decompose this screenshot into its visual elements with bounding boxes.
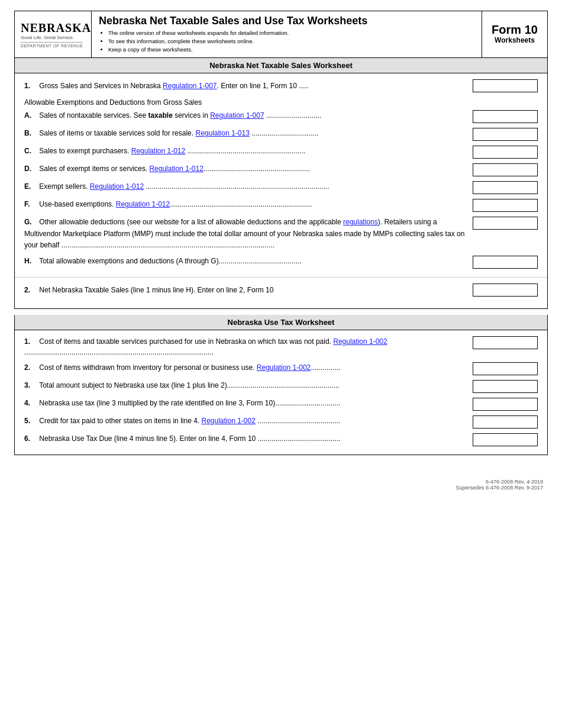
sub-g-link[interactable]: regulations [343, 218, 378, 226]
use-line-6-input[interactable] [473, 433, 538, 446]
sub-row-g: G. Other allowable deductions (see our w… [24, 217, 538, 251]
sub-e-dots: ........................................… [144, 182, 329, 191]
form-label: Worksheets [495, 36, 535, 46]
sub-row-h: H. Total allowable exemptions and deduct… [24, 256, 538, 269]
sub-g-text: G. Other allowable deductions (see our w… [24, 217, 473, 251]
logo-section: NEBRASKA Good Life. Great Service. Depar… [15, 11, 92, 57]
use-line-1-row: 1. Cost of items and taxable services pu… [24, 336, 538, 357]
use-line-6-row: 6. Nebraska Use Tax Due (line 4 minus li… [24, 433, 538, 446]
sub-row-f: F. Use-based exemptions. Regulation 1-01… [24, 199, 538, 212]
use-line-1-input[interactable] [473, 336, 538, 349]
sub-d-prefix: Sales of exempt items or services. [39, 165, 149, 173]
sub-d-link[interactable]: Regulation 1-012 [149, 165, 203, 173]
sub-b-link[interactable]: Regulation 1-013 [195, 129, 249, 137]
use-line-5-row: 5. Credit for tax paid to other states o… [24, 415, 538, 429]
use-line-2-input[interactable] [473, 362, 538, 375]
sub-g-letter: G. [24, 217, 37, 228]
use-line-5-input[interactable] [473, 415, 538, 429]
sub-row-c: C. Sales to exempt purchasers. Regulatio… [24, 146, 538, 159]
sub-f-dots: ........................................… [170, 200, 312, 208]
use-line-1-dots: ........................................… [24, 348, 214, 356]
line-2-input[interactable] [473, 284, 538, 297]
sub-h-text: H. Total allowable exemptions and deduct… [24, 256, 473, 266]
sub-a-link[interactable]: Regulation 1-007 [210, 111, 264, 120]
use-worksheet-header: Nebraska Use Tax Worksheet [14, 315, 548, 330]
sub-e-text: E. Exempt sellers. Regulation 1-012 ....… [24, 181, 473, 192]
sub-c-link[interactable]: Regulation 1-012 [131, 147, 185, 155]
sub-b-input[interactable] [473, 128, 538, 141]
sub-b-text: B. Sales of items or taxable services so… [24, 128, 473, 138]
sub-d-text: D. Sales of exempt items or services. Re… [24, 163, 473, 174]
sub-a-input[interactable] [473, 110, 538, 123]
use-line-6-number: 6. [24, 433, 37, 444]
use-line-3-text: 3. Total amount subject to Nebraska use … [24, 380, 473, 391]
sales-worksheet-content: 1. Gross Sales and Services in Nebraska … [14, 73, 548, 309]
use-line-2-label: Cost of items withdrawn from inventory f… [39, 363, 257, 372]
sub-b-prefix: Sales of items or taxable services sold … [39, 129, 195, 137]
bold-taxable: taxable [148, 111, 172, 120]
sub-a-dots: ............................ [264, 111, 322, 120]
sub-b-dots: .................................. [250, 129, 319, 137]
line-2-text: 2. Net Nebraska Taxable Sales (line 1 mi… [24, 285, 473, 295]
sub-c-text: C. Sales to exempt purchasers. Regulatio… [24, 146, 473, 156]
line-1-label: Gross Sales and Services in Nebraska [39, 82, 163, 90]
use-line-2-link[interactable]: Regulation 1-002 [257, 363, 311, 372]
sub-d-dots: ........................................… [204, 165, 310, 173]
line-1-row: 1. Gross Sales and Services in Nebraska … [24, 79, 538, 92]
line-2-label: Net Nebraska Taxable Sales (line 1 minus… [39, 286, 273, 294]
exemptions-label: Allowable Exemptions and Deductions from… [24, 98, 538, 107]
sub-a-letter: A. [24, 110, 37, 121]
sub-b-letter: B. [24, 128, 37, 138]
sub-f-prefix: Use-based exemptions. [39, 200, 115, 208]
sub-e-prefix: Exempt sellers. [39, 182, 89, 191]
sub-d-letter: D. [24, 163, 37, 174]
use-line-4-label: Nebraska use tax (line 3 multiplied by t… [39, 399, 340, 407]
sub-row-e: E. Exempt sellers. Regulation 1-012 ....… [24, 181, 538, 194]
use-line-4-row: 4. Nebraska use tax (line 3 multiplied b… [24, 398, 538, 411]
sub-row-d: D. Sales of exempt items or services. Re… [24, 163, 538, 176]
line-2-row: 2. Net Nebraska Taxable Sales (line 1 mi… [24, 284, 538, 297]
sub-d-input[interactable] [473, 163, 538, 176]
use-line-3-label: Total amount subject to Nebraska use tax… [39, 381, 340, 389]
bullet-3: Keep a copy of these worksheets. [108, 46, 289, 54]
sub-c-prefix: Sales to exempt purchasers. [39, 147, 131, 155]
header-title-section: Nebraska Net Taxable Sales and Use Tax W… [92, 11, 482, 57]
sub-f-text: F. Use-based exemptions. Regulation 1-01… [24, 199, 473, 210]
use-line-6-label: Nebraska Use Tax Due (line 4 minus line … [39, 434, 340, 443]
sales-worksheet-header: Nebraska Net Taxable Sales Worksheet [14, 58, 548, 73]
sub-c-input[interactable] [473, 146, 538, 159]
use-tax-body: 1. Cost of items and taxable services pu… [15, 330, 547, 455]
line-1-text: 1. Gross Sales and Services in Nebraska … [24, 80, 473, 91]
line-1-regulation-link[interactable]: Regulation 1-007 [163, 82, 217, 90]
sub-a-text: A. Sales of nontaxable services. See tax… [24, 110, 473, 121]
sub-g-input[interactable] [473, 217, 538, 230]
sub-f-link[interactable]: Regulation 1-012 [116, 200, 170, 208]
logo-name: NEBRASKA [21, 21, 91, 34]
use-line-2-dots: ............... [311, 363, 340, 372]
use-line-5-number: 5. [24, 415, 37, 426]
sub-c-dots: ........................................… [185, 147, 305, 155]
use-line-3-input[interactable] [473, 380, 538, 393]
bullet-2: To see this information, complete these … [108, 37, 289, 46]
page: NEBRASKA Good Life. Great Service. Depar… [0, 0, 562, 728]
line-1-input[interactable] [473, 79, 538, 92]
form-number: Form 10 [492, 23, 538, 36]
use-line-5-text: 5. Credit for tax paid to other states o… [24, 415, 473, 426]
sub-c-letter: C. [24, 146, 37, 156]
use-line-5-link[interactable]: Regulation 1-002 [201, 417, 255, 425]
line-2-section: 2. Net Nebraska Taxable Sales (line 1 mi… [15, 277, 547, 308]
sub-h-letter: H. [24, 256, 37, 266]
sub-h-input[interactable] [473, 256, 538, 269]
sub-f-input[interactable] [473, 199, 538, 212]
use-worksheet-content: 1. Cost of items and taxable services pu… [14, 330, 548, 455]
sub-h-prefix: Total allowable exemptions and deduction… [39, 257, 302, 265]
sub-e-link[interactable]: Regulation 1-012 [90, 182, 144, 191]
sub-e-input[interactable] [473, 181, 538, 194]
use-line-1-link[interactable]: Regulation 1-002 [333, 337, 387, 346]
sub-row-b: B. Sales of items or taxable services so… [24, 128, 538, 141]
use-line-1-number: 1. [24, 336, 37, 347]
main-title: Nebraska Net Taxable Sales and Use Tax W… [99, 15, 367, 28]
footer-supersedes: Supersedes 6-476-2008 Rev. 9-2017 [14, 485, 543, 491]
use-line-4-input[interactable] [473, 398, 538, 411]
use-line-2-row: 2. Cost of items withdrawn from inventor… [24, 362, 538, 375]
